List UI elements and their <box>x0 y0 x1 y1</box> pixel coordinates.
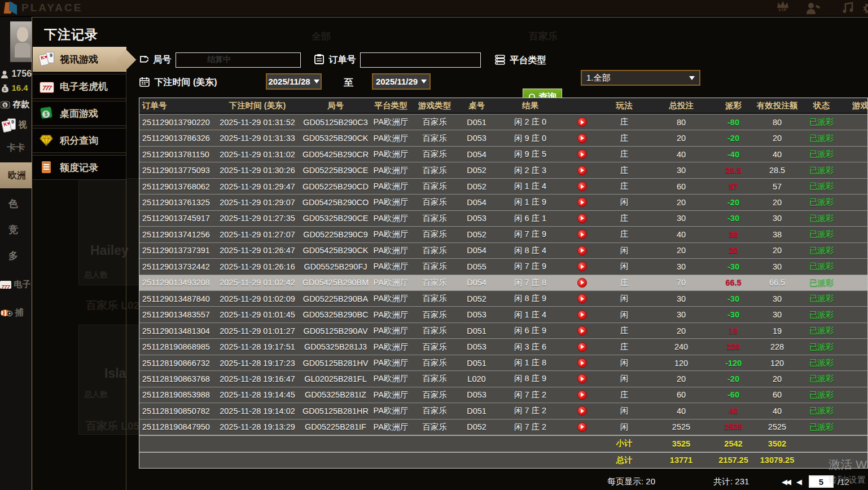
prev-page-button[interactable]: ◀ <box>796 478 800 486</box>
table-row[interactable]: 2511290137863262025-11-29 01:31:33GD0532… <box>139 130 867 145</box>
table-row[interactable]: 2511290137680622025-11-29 01:29:47GD0522… <box>139 178 867 194</box>
play-replay-button[interactable] <box>577 166 587 175</box>
nav-slots[interactable]: 777 电子 <box>0 279 30 290</box>
cell-platform: PA欧洲厅 <box>371 179 411 194</box>
cell-result: 闲 1 庄 4 <box>495 307 565 322</box>
page-number-input[interactable] <box>809 475 834 488</box>
avatar[interactable] <box>10 21 32 62</box>
order-id-input[interactable] <box>360 52 481 68</box>
cell-replay <box>565 243 598 258</box>
cell-replay <box>565 275 598 290</box>
play-replay-button[interactable] <box>577 117 587 127</box>
customer-service-icon[interactable] <box>804 2 823 17</box>
cell-status: 已派彩 <box>800 420 843 435</box>
play-replay-button[interactable] <box>577 149 587 159</box>
cell-result: 闲 1 庄 8 <box>495 355 565 370</box>
nav-europe-hall[interactable]: 欧洲 <box>0 162 32 188</box>
cell-payout: -30 <box>712 211 755 226</box>
nav-multi-table[interactable]: 多 <box>8 249 18 262</box>
cell-game-type: 百家乐 <box>411 307 458 322</box>
cell-bet-time: 2025-11-29 01:31:02 <box>214 147 300 162</box>
play-replay-button[interactable] <box>577 406 587 416</box>
sidebar-item-5[interactable]: 额度记录 <box>33 155 126 180</box>
play-replay-button[interactable] <box>577 197 587 207</box>
cell-round-id: GD05325B290BC <box>300 307 371 322</box>
cell-replay <box>565 211 598 226</box>
cell-order-id: 251129013741256 <box>139 227 214 242</box>
play-replay-button[interactable] <box>577 214 587 223</box>
play-replay-button[interactable] <box>577 278 587 288</box>
round-id-input[interactable] <box>176 52 301 68</box>
play-replay-button[interactable] <box>577 294 587 303</box>
cell-bet-type: 庄 <box>598 130 650 145</box>
vip-icon[interactable]: VIP <box>773 1 792 16</box>
deposit-button[interactable]: $ 存款 <box>1 99 29 110</box>
play-replay-button[interactable] <box>577 229 587 239</box>
play-replay-button[interactable] <box>577 134 587 143</box>
cell-table-id: D053 <box>458 339 495 354</box>
platform-type-select[interactable]: 1.全部 <box>581 70 700 86</box>
date-to-picker[interactable]: 2025/11/29 <box>372 73 431 90</box>
first-page-button[interactable]: ◀◀ <box>782 478 790 486</box>
settings-gear-icon[interactable] <box>859 2 868 16</box>
sidebar-item-2[interactable]: 777电子老虎机 <box>33 74 126 99</box>
top-bar: PLAYACE VIP <box>0 0 868 17</box>
nav-card-games[interactable]: 卡卡 <box>7 142 25 154</box>
cell-bet-type: 庄 <box>598 114 650 130</box>
sidebar-item-4[interactable]: 积分查询 <box>33 128 126 153</box>
screen: PLAYACE VIP 1756 $ 16.4 $ 存款 <box>0 0 868 490</box>
sidebar-item-1[interactable]: 9K♥视讯游戏 <box>33 47 126 72</box>
table-row[interactable]: 2511281908637682025-11-28 19:16:47GL0202… <box>139 370 867 386</box>
cell-platform: PA欧洲厅 <box>371 211 411 226</box>
cell-bet-type: 闲 <box>598 195 650 210</box>
table-row[interactable]: 2511281908479502025-11-28 19:13:29GD0522… <box>139 419 867 435</box>
column-header: 游戏视讯 <box>843 98 868 113</box>
cell-status: 已派彩 <box>800 227 843 242</box>
order-id-label: 订单号 <box>314 54 356 66</box>
table-row[interactable]: 2511290137412562025-11-29 01:27:07GD0522… <box>139 226 867 242</box>
play-replay-button[interactable] <box>577 326 587 336</box>
date-from-picker[interactable]: 2025/11/28 <box>266 73 322 90</box>
sidebar-item-3[interactable]: $桌面游戏 <box>33 101 126 126</box>
cell-payout: 19 <box>712 323 755 338</box>
cell-platform: PA欧洲厅 <box>371 195 411 210</box>
table-row[interactable]: 2511290134878402025-11-29 01:02:09GD0522… <box>139 290 867 306</box>
nav-compete[interactable]: 竞 <box>8 223 18 236</box>
play-replay-button[interactable] <box>577 262 587 271</box>
table-row[interactable]: 2511290137811502025-11-29 01:31:02GD0542… <box>139 146 867 162</box>
play-replay-button[interactable] <box>577 182 587 191</box>
table-row[interactable]: 2511290134813042025-11-29 01:01:27GD0512… <box>139 323 867 338</box>
table-row[interactable]: 2511281908689852025-11-28 19:17:51GD0532… <box>139 338 867 354</box>
table-row[interactable]: 2511281908667322025-11-28 19:17:23GD0512… <box>139 355 867 370</box>
cell-valid-bet: 28.5 <box>755 162 800 178</box>
table-row[interactable]: 2511290134835572025-11-29 01:01:45GD0532… <box>139 306 867 322</box>
cell-round-id: GD05125B290AV <box>300 323 371 338</box>
music-icon[interactable] <box>839 2 858 16</box>
total-bet-sum: 13771 <box>650 453 712 468</box>
cell-result: 闲 1 庄 9 <box>495 195 565 210</box>
table-row[interactable]: 2511281908539882025-11-28 19:14:45GD0532… <box>139 387 867 403</box>
brand-logo[interactable]: PLAYACE <box>5 1 82 15</box>
play-replay-button[interactable] <box>577 358 587 368</box>
table-row[interactable]: 2511290134932082025-11-29 01:02:42GD0542… <box>139 275 867 290</box>
play-replay-button[interactable] <box>577 310 587 320</box>
nav-sedie[interactable]: 色 <box>8 197 18 210</box>
table-row[interactable]: 2511290137902202025-11-29 01:31:52GD0512… <box>139 114 867 130</box>
table-row[interactable]: 2511281908507822025-11-28 19:14:02GD0512… <box>139 403 867 418</box>
nav-video-games[interactable]: 9K♥ 视 <box>2 118 27 132</box>
table-row[interactable]: 2511290137613252025-11-29 01:29:07GD0542… <box>139 194 867 210</box>
cell-table-id: D053 <box>458 307 495 322</box>
table-row[interactable]: 2511290137324422025-11-29 01:26:16GD0552… <box>139 258 867 274</box>
table-row[interactable]: 2511290137373912025-11-29 01:26:47GD0542… <box>139 242 867 258</box>
cell-result: 闲 1 庄 4 <box>495 179 565 194</box>
cell-game-video: - <box>843 179 868 194</box>
table-row[interactable]: 2511290137750932025-11-29 01:30:26GD0522… <box>139 162 867 178</box>
play-replay-button[interactable] <box>577 374 587 383</box>
play-replay-button[interactable] <box>577 246 587 255</box>
play-replay-button[interactable] <box>577 342 587 352</box>
play-replay-button[interactable] <box>577 422 587 432</box>
cell-order-id: 251129013487840 <box>139 291 214 306</box>
table-row[interactable]: 2511290137459172025-11-29 01:27:35GD0532… <box>139 210 867 226</box>
nav-fishing[interactable]: 捕 <box>0 307 23 318</box>
play-replay-button[interactable] <box>577 390 587 400</box>
